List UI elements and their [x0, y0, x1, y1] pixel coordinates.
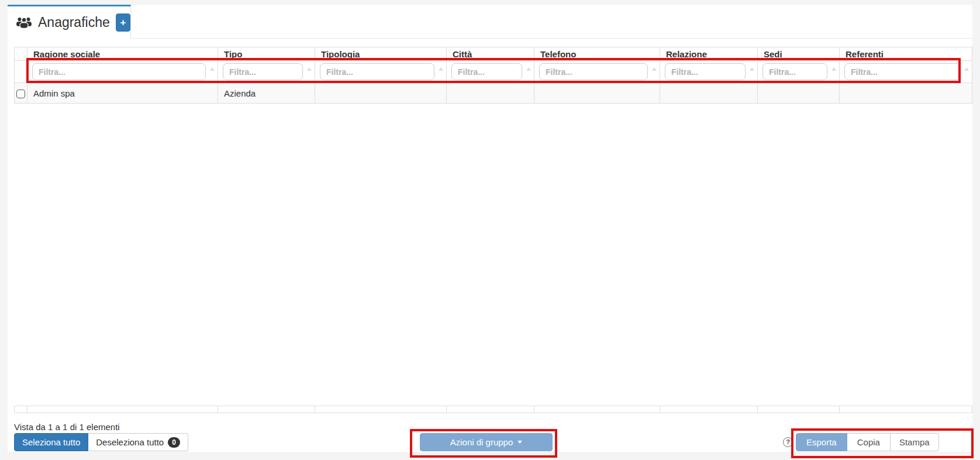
add-record-button[interactable]: +	[116, 13, 130, 32]
column-header-sedi[interactable]: Sedi	[758, 47, 840, 61]
cell-citta	[447, 83, 534, 104]
export-button[interactable]: Esporta	[796, 433, 847, 451]
users-icon	[16, 16, 32, 29]
cell-tipo: Azienda	[218, 83, 315, 104]
anagrafiche-table: Ragione sociale Tipo Tipologia Città Tel…	[14, 47, 972, 104]
table-row[interactable]: Admin spa Azienda	[15, 83, 972, 104]
column-header-tipologia[interactable]: Tipologia	[315, 47, 447, 61]
tab-bar: Anagrafiche +	[8, 5, 972, 39]
column-header-tipo[interactable]: Tipo	[218, 47, 315, 61]
filter-cell-empty	[15, 61, 27, 83]
deselect-all-button[interactable]: Deseleziona tutto 0	[88, 433, 188, 451]
filter-input-citta[interactable]	[451, 63, 522, 80]
results-info: Vista da 1 a 1 di 1 elementi	[14, 422, 120, 432]
filter-input-ragione-sociale[interactable]	[32, 63, 206, 80]
cell-sedi	[758, 83, 840, 104]
cell-relazione	[660, 83, 758, 104]
table-filter-row	[15, 61, 972, 83]
select-all-button[interactable]: Seleziona tutto	[14, 433, 88, 451]
filter-input-telefono[interactable]	[539, 63, 648, 80]
cell-ragione-sociale: Admin spa	[27, 83, 218, 104]
group-actions-button[interactable]: Azioni di gruppo	[420, 433, 553, 451]
sort-caret-icon[interactable]	[831, 67, 836, 71]
footer-strip-row	[15, 406, 972, 413]
sort-caret-icon[interactable]	[652, 67, 657, 71]
selection-button-group: Seleziona tutto Deseleziona tutto 0	[14, 433, 188, 451]
column-header-citta[interactable]: Città	[447, 47, 534, 61]
column-header-ragione-sociale[interactable]: Ragione sociale	[27, 47, 218, 61]
table-footer-strip	[14, 406, 972, 413]
sort-caret-icon[interactable]	[307, 67, 312, 71]
sort-caret-icon[interactable]	[750, 67, 754, 71]
content-panel: Anagrafiche + Ragione sociale Tipo Tipol…	[8, 5, 972, 452]
sort-caret-icon[interactable]	[526, 67, 531, 71]
filter-input-referenti[interactable]	[844, 63, 960, 80]
select-column-header	[15, 47, 27, 61]
filter-input-tipologia[interactable]	[320, 63, 434, 80]
chevron-down-icon	[517, 441, 522, 444]
help-icon[interactable]: ?	[783, 437, 793, 447]
tab-anagrafiche[interactable]: Anagrafiche +	[8, 5, 131, 39]
column-header-referenti[interactable]: Referenti	[840, 47, 972, 61]
print-button[interactable]: Stampa	[891, 433, 939, 451]
cell-telefono	[534, 83, 660, 104]
sort-caret-icon[interactable]	[210, 67, 215, 71]
export-button-group: Esporta Copia Stampa	[796, 433, 939, 451]
cell-tipologia	[315, 83, 447, 104]
column-header-relazione[interactable]: Relazione	[660, 47, 758, 61]
group-actions-label: Azioni di gruppo	[450, 437, 513, 447]
page: Anagrafiche + Ragione sociale Tipo Tipol…	[0, 0, 980, 460]
filter-input-tipo[interactable]	[223, 63, 303, 80]
page-title: Anagrafiche	[38, 15, 110, 30]
filter-input-sedi[interactable]	[762, 63, 827, 80]
filter-input-relazione[interactable]	[665, 63, 746, 80]
copy-button[interactable]: Copia	[847, 433, 891, 451]
table-header-row: Ragione sociale Tipo Tipologia Città Tel…	[15, 47, 972, 61]
deselect-all-label: Deseleziona tutto	[96, 437, 164, 447]
column-header-telefono[interactable]: Telefono	[534, 47, 660, 61]
cell-referenti	[840, 83, 972, 104]
sort-caret-icon[interactable]	[964, 67, 969, 71]
selected-count-badge: 0	[168, 437, 180, 448]
row-checkbox[interactable]	[16, 90, 25, 98]
sort-caret-icon[interactable]	[439, 67, 443, 71]
